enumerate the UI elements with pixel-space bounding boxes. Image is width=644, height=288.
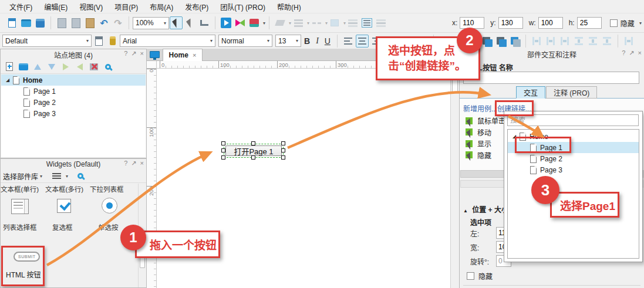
align-objects-left-button[interactable] [530,35,543,48]
new-file-button[interactable] [5,16,18,29]
resize-handle-sw[interactable] [221,155,225,160]
text-lines-right-button[interactable] [375,16,387,29]
event-row[interactable]: 移动 [466,127,505,138]
indent-button[interactable] [60,62,70,72]
pages-icon[interactable] [150,51,160,58]
library-options-button[interactable] [52,171,62,181]
checkbox-widget[interactable] [57,199,71,213]
resize-handle-n[interactable] [251,141,255,145]
bring-forward-button[interactable] [494,35,507,48]
close-icon[interactable]: × [140,50,144,57]
font-select[interactable]: Arial ▾ [120,35,215,47]
resize-handle-e[interactable] [281,148,285,153]
delete-page-button[interactable] [89,62,99,72]
popup-search-input[interactable] [507,114,639,126]
help-icon[interactable]: ? [124,50,127,57]
publish-button[interactable] [248,16,261,29]
font-weight-select[interactable]: Normal ▾ [218,35,272,47]
menu-item[interactable]: 布局(A) [144,0,179,13]
copy-button[interactable] [69,16,82,29]
zoom-select[interactable]: 100% ▾ [133,17,169,29]
position-size-header[interactable]: ▲ 位置 + 大小 [463,204,508,214]
w-input[interactable] [538,17,563,29]
menu-item[interactable]: 帮助(H) [271,0,307,13]
help-icon[interactable]: ? [124,160,127,167]
format-painter-button[interactable] [106,35,119,48]
add-folder-button[interactable] [18,62,28,72]
popout-icon[interactable]: ↗ [629,49,634,57]
connector-tool-button[interactable] [198,16,211,29]
tree-expander-icon[interactable]: ◢ [6,77,12,83]
menu-item[interactable]: 团队(T) (PRO) [214,0,271,13]
underline-button[interactable]: U [322,36,333,46]
resize-handle-ne[interactable] [281,141,285,145]
select-contained-tool-button[interactable] [184,16,197,29]
sitemap-tree-row[interactable]: ◢ Page 3 [1,108,146,119]
y-input[interactable] [498,17,523,29]
resize-handle-s[interactable] [251,155,255,160]
redo-button[interactable]: ↷ [112,16,124,29]
tab-notes[interactable]: 注释 (PRO) [546,86,597,99]
text-lines-middle-button[interactable] [360,16,373,29]
event-row[interactable]: 鼠标单击 [466,115,505,127]
cut-button[interactable] [55,16,68,29]
chevron-down-icon[interactable]: ▾ [263,21,265,26]
x-input[interactable] [460,17,484,29]
font-size-select[interactable]: 13 ▾ [275,35,301,47]
style-select[interactable]: Default ▾ [2,35,92,47]
help-icon[interactable]: ? [622,49,625,57]
menu-item[interactable]: 编辑(E) [38,0,73,13]
library-select[interactable]: 选择部件库 ▾ [3,171,42,181]
open-file-button[interactable] [19,16,32,29]
align-objects-middle-button[interactable] [586,35,599,48]
menu-item[interactable]: 项目(P) [109,0,144,13]
search-widgets-button[interactable] [75,171,85,181]
close-icon[interactable]: × [638,49,642,57]
send-backward-button[interactable] [508,35,521,48]
resize-handle-se[interactable] [281,155,285,160]
line-width-button[interactable] [292,16,305,29]
align-left-button[interactable] [342,35,355,48]
line-dash-button[interactable] [310,16,323,29]
align-objects-bottom-button[interactable] [601,35,613,48]
bold-button[interactable]: B [301,36,313,46]
event-row[interactable]: 隐藏 [466,150,505,161]
menu-item[interactable]: 文件(F) [4,0,38,13]
paste-button[interactable] [83,16,96,29]
search-pages-button[interactable] [103,62,113,72]
popup-tree-row[interactable]: ◢ Page 3 [508,164,639,175]
resize-handle-nw[interactable] [221,141,225,145]
resize-handle-w[interactable] [221,148,225,153]
sitemap-tree-row[interactable]: ◢ Home [1,74,146,86]
move-up-button[interactable] [32,62,42,72]
align-objects-right-button[interactable] [558,35,571,48]
hide-checkbox[interactable] [467,272,474,280]
close-icon[interactable]: × [140,160,144,167]
undo-button[interactable]: ↶ [97,16,110,29]
close-icon[interactable]: × [193,52,196,59]
fill-color-button[interactable] [328,16,341,29]
sitemap-tree-row[interactable]: ◢ Page 1 [1,86,146,97]
h-input[interactable] [577,17,602,29]
listbox-widget[interactable] [11,199,29,214]
event-row[interactable]: 显示 [466,138,505,150]
popup-tree-row[interactable]: ◢ Page 2 [508,153,639,164]
select-tool-button[interactable] [170,16,183,29]
border-style-button[interactable] [274,16,286,29]
move-down-button[interactable] [46,62,56,72]
align-objects-top-button[interactable] [572,35,585,48]
canvas-vertical-scrollbar[interactable] [450,61,459,288]
outdent-button[interactable] [75,62,85,72]
menu-item[interactable]: 发布(P) [179,0,214,13]
tab-home[interactable]: Home × [163,49,203,61]
canvas-html-button[interactable]: 打开Page 1 [225,145,282,156]
radio-widget[interactable] [102,198,117,214]
add-page-button[interactable] [4,62,14,72]
distribute-button[interactable] [622,35,635,48]
text-lines-left-button[interactable] [346,16,359,29]
preview-button[interactable] [220,16,232,29]
widget-name-input[interactable] [463,72,639,84]
toolbar-overflow-button[interactable]: ▾ [639,21,642,26]
share-button[interactable] [234,16,247,29]
align-objects-center-button[interactable] [544,35,557,48]
